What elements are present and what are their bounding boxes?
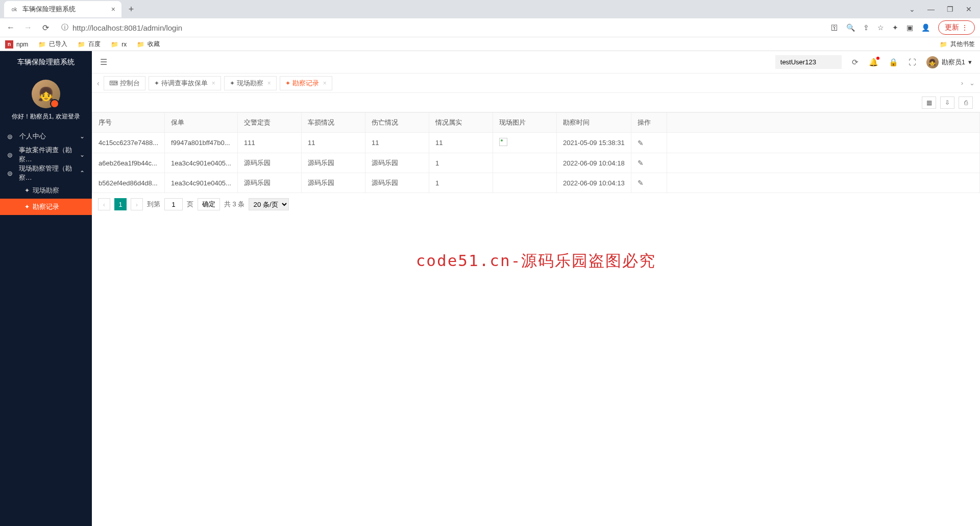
menu-toggle-icon[interactable]: ☰ bbox=[100, 57, 107, 67]
bookmarks-bar: nnpm 📁已导入 📁百度 📁rx 📁收藏 📁其他书签 bbox=[0, 37, 980, 51]
th-action: 操作 bbox=[631, 113, 667, 133]
bookmark-npm[interactable]: nnpm bbox=[5, 40, 28, 49]
close-icon[interactable]: × bbox=[323, 80, 327, 87]
avatar[interactable]: 👧 bbox=[32, 80, 60, 108]
cell-damage: 源码乐园 bbox=[301, 153, 365, 173]
profile-icon[interactable]: 👤 bbox=[921, 23, 930, 32]
cell-resp: 源码乐园 bbox=[237, 153, 301, 173]
print-button[interactable]: ⎙ bbox=[959, 97, 973, 109]
search-input[interactable] bbox=[775, 55, 842, 69]
url-text: http://localhost:8081/admin/login bbox=[72, 23, 182, 32]
fullscreen-icon[interactable]: ⛶ bbox=[909, 58, 916, 66]
per-page-select[interactable]: 20 条/页 bbox=[249, 198, 289, 210]
hand-icon: ✦ bbox=[24, 187, 30, 194]
reload-icon[interactable]: ⟳ bbox=[40, 23, 51, 33]
chevron-down-icon[interactable]: ⌄ bbox=[909, 5, 915, 13]
total-label: 共 3 条 bbox=[224, 200, 244, 209]
submenu-onsite[interactable]: ✦ 现场勘察 bbox=[0, 182, 92, 199]
minimize-icon[interactable]: — bbox=[927, 5, 935, 13]
sidebar-item-profile[interactable]: ⊚ 个人中心 ⌄ bbox=[0, 127, 92, 146]
cell-truth: 1 bbox=[429, 173, 493, 193]
circle-icon: ⊚ bbox=[7, 170, 15, 177]
folder-icon: 📁 bbox=[111, 41, 118, 48]
cell-spacer bbox=[667, 173, 979, 193]
hand-icon: ✦ bbox=[230, 80, 235, 87]
update-button[interactable]: 更新 ⋮ bbox=[938, 20, 975, 35]
info-icon[interactable]: ⓘ bbox=[61, 23, 68, 32]
url-field[interactable]: ⓘ http://localhost:8081/admin/login bbox=[57, 23, 825, 32]
bookmark-fav[interactable]: 📁收藏 bbox=[137, 40, 160, 49]
page-prev-button[interactable]: ‹ bbox=[98, 198, 110, 210]
tab-next-icon[interactable]: › bbox=[961, 79, 963, 87]
tabs-bar: ‹ ⌨ 控制台 ✦ 待调查事故保单 × ✦ 现场勘察 × ✦ 勘察记录 × › bbox=[92, 74, 980, 93]
window-controls: ⌄ — ❐ ✕ bbox=[909, 5, 980, 13]
refresh-icon[interactable]: ⟳ bbox=[852, 58, 859, 67]
maximize-icon[interactable]: ❐ bbox=[947, 5, 953, 13]
cell-seq: b562ef4ed86d4d8... bbox=[92, 173, 165, 193]
bell-icon[interactable]: 🔔 bbox=[869, 58, 878, 67]
page-unit: 页 bbox=[187, 200, 193, 209]
browser-tab[interactable]: ok 车辆保险理赔系统 × bbox=[4, 1, 121, 17]
tab-menu-icon[interactable]: ⌄ bbox=[969, 79, 975, 87]
page-next-button[interactable]: › bbox=[131, 198, 143, 210]
table-row: 4c15cc6237e7488...f9947a801bff47b0...111… bbox=[92, 133, 980, 153]
th-seq: 序号 bbox=[92, 113, 165, 133]
hand-icon: ✦ bbox=[24, 203, 30, 210]
tab-record[interactable]: ✦ 勘察记录 × bbox=[280, 76, 332, 90]
bookmark-rx[interactable]: 📁rx bbox=[111, 41, 127, 48]
cell-image bbox=[493, 133, 556, 153]
tab-prev-icon[interactable]: ‹ bbox=[97, 79, 100, 87]
table-row: a6eb26ea1f9b44c...1ea3c4c901e0405...源码乐园… bbox=[92, 153, 980, 173]
columns-button[interactable]: ▦ bbox=[922, 97, 936, 109]
tab-pending[interactable]: ✦ 待调查事故保单 × bbox=[149, 76, 221, 90]
edit-icon[interactable]: ✎ bbox=[638, 159, 644, 167]
goto-label: 到第 bbox=[147, 200, 160, 209]
th-resp: 交警定责 bbox=[237, 113, 301, 133]
folder-icon: 📁 bbox=[137, 41, 144, 48]
avatar-block: 👧 你好！勘察员1, 欢迎登录 bbox=[0, 74, 92, 127]
forward-icon[interactable]: → bbox=[22, 23, 34, 32]
close-window-icon[interactable]: ✕ bbox=[966, 5, 972, 13]
submenu-record[interactable]: ✦ 勘察记录 bbox=[0, 199, 92, 215]
tab-console[interactable]: ⌨ 控制台 bbox=[104, 76, 145, 90]
share-icon[interactable]: ⇪ bbox=[863, 23, 869, 32]
edit-icon[interactable]: ✎ bbox=[638, 139, 644, 147]
sidebar-item-survey[interactable]: ⊚ 现场勘察管理（勘察… ⌃ bbox=[0, 164, 92, 182]
export-button[interactable]: ⇩ bbox=[940, 97, 954, 109]
star-icon[interactable]: ☆ bbox=[877, 23, 884, 32]
app-title: 车辆保险理赔系统 bbox=[0, 51, 92, 74]
new-tab-button[interactable]: + bbox=[124, 2, 139, 17]
hand-icon: ✦ bbox=[154, 80, 159, 87]
broken-image-icon[interactable] bbox=[499, 138, 507, 146]
confirm-button[interactable]: 确定 bbox=[198, 198, 220, 210]
close-icon[interactable]: × bbox=[267, 80, 271, 87]
page-number-button[interactable]: 1 bbox=[114, 198, 127, 210]
cell-truth: 11 bbox=[429, 133, 493, 153]
close-icon[interactable]: × bbox=[111, 5, 115, 13]
back-icon[interactable]: ← bbox=[5, 23, 16, 32]
tab-onsite[interactable]: ✦ 现场勘察 × bbox=[224, 76, 277, 90]
zoom-icon[interactable]: 🔍 bbox=[846, 23, 855, 32]
cell-action: ✎ bbox=[631, 133, 667, 153]
cell-spacer bbox=[667, 133, 979, 153]
cell-time: 2022-06-09 10:04:13 bbox=[556, 173, 631, 193]
th-order: 保单 bbox=[165, 113, 238, 133]
browser-tabs-strip: ok 车辆保险理赔系统 × + ⌄ — ❐ ✕ bbox=[0, 0, 980, 18]
panel-icon[interactable]: ▣ bbox=[906, 23, 913, 32]
key-icon[interactable]: ⚿ bbox=[831, 23, 838, 32]
edit-icon[interactable]: ✎ bbox=[638, 179, 644, 187]
bookmark-imported[interactable]: 📁已导入 bbox=[38, 40, 67, 49]
close-icon[interactable]: × bbox=[212, 80, 215, 87]
lock-icon[interactable]: 🔒 bbox=[889, 58, 898, 67]
avatar-small: 👧 bbox=[926, 56, 939, 68]
sidebar-item-case[interactable]: ⊚ 事故案件调查（勘察… ⌄ bbox=[0, 146, 92, 164]
page-input[interactable] bbox=[164, 198, 183, 210]
extensions-icon[interactable]: ✦ bbox=[892, 23, 898, 32]
topbar: ☰ ⟳ 🔔 🔒 ⛶ 👧 勘察员1 ▾ bbox=[92, 51, 980, 74]
pagination: ‹ 1 › 到第 页 确定 共 3 条 20 条/页 bbox=[92, 193, 980, 216]
bookmark-baidu[interactable]: 📁百度 bbox=[78, 40, 101, 49]
cell-spacer bbox=[667, 153, 979, 173]
user-dropdown[interactable]: 👧 勘察员1 ▾ bbox=[926, 56, 972, 68]
browser-chrome: ok 车辆保险理赔系统 × + ⌄ — ❐ ✕ ← → ⟳ ⓘ http://l… bbox=[0, 0, 980, 51]
other-bookmarks[interactable]: 📁其他书签 bbox=[940, 40, 975, 49]
